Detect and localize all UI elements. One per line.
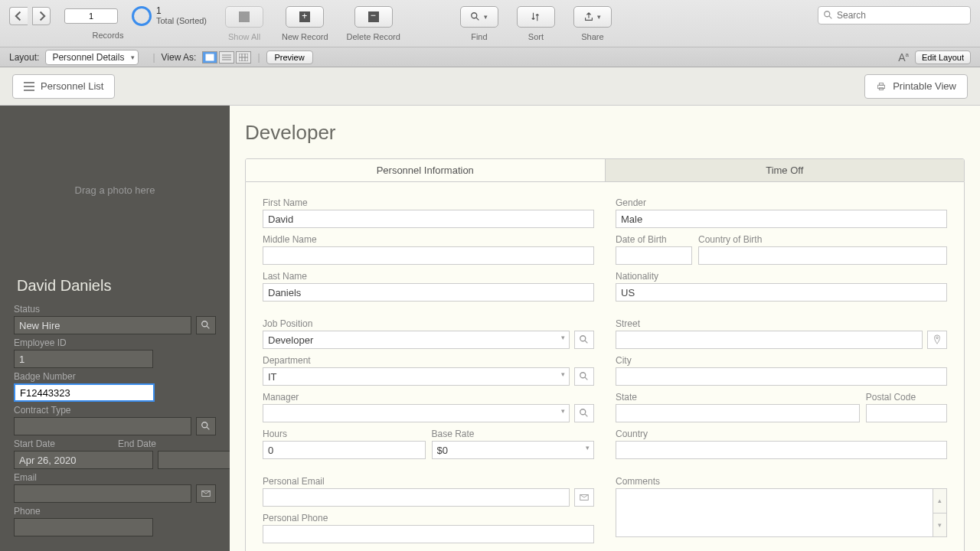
gender-field[interactable] — [616, 210, 947, 228]
view-as-label: View As: — [162, 52, 197, 63]
svg-point-24 — [580, 409, 586, 415]
svg-point-15 — [202, 321, 207, 327]
nationality-field[interactable] — [616, 283, 947, 302]
status-label: Status — [14, 304, 216, 315]
sort-button[interactable] — [517, 6, 555, 28]
search-icon — [579, 334, 590, 345]
scroll-up-icon[interactable]: ▴ — [933, 489, 946, 514]
last-name-field[interactable] — [263, 283, 594, 302]
contract-label: Contract Type — [14, 405, 216, 416]
svg-rect-13 — [880, 83, 884, 85]
cob-field[interactable] — [698, 246, 947, 265]
department-lookup[interactable] — [574, 367, 594, 386]
country-field[interactable] — [616, 441, 947, 459]
contract-lookup-button[interactable] — [196, 417, 216, 435]
city-field[interactable] — [616, 367, 947, 386]
view-form-button[interactable] — [202, 51, 217, 64]
tabs: Personnel Information Time Off — [245, 158, 965, 182]
tab-time-off[interactable]: Time Off — [605, 159, 965, 181]
record-pie-icon[interactable] — [132, 6, 152, 26]
share-icon — [583, 11, 594, 22]
contract-field[interactable] — [14, 417, 191, 435]
tab-personnel-info[interactable]: Personnel Information — [246, 159, 605, 181]
middle-name-field[interactable] — [263, 246, 594, 265]
printable-view-button[interactable]: Printable View — [864, 74, 968, 99]
postal-field[interactable] — [866, 404, 947, 422]
status-field[interactable] — [14, 316, 191, 334]
search-icon — [579, 408, 590, 419]
employee-id-label: Employee ID — [14, 337, 216, 348]
svg-line-3 — [829, 16, 832, 19]
mail-icon — [201, 488, 211, 499]
svg-point-20 — [580, 336, 586, 341]
scroll-down-icon[interactable]: ▾ — [933, 514, 946, 537]
preview-button[interactable]: Preview — [266, 51, 313, 64]
svg-line-25 — [585, 414, 588, 417]
department-field[interactable] — [263, 367, 570, 386]
status-lookup-button[interactable] — [196, 316, 216, 334]
phone-field[interactable] — [14, 518, 153, 536]
search-box[interactable] — [818, 6, 971, 24]
delete-record-button[interactable] — [354, 6, 393, 28]
search-icon — [823, 10, 834, 21]
end-date-field[interactable] — [158, 451, 230, 469]
show-all-icon — [239, 11, 250, 22]
email-send-button[interactable] — [196, 484, 216, 503]
personnel-list-button[interactable]: Personnel List — [12, 74, 115, 99]
view-table-button[interactable] — [236, 51, 251, 64]
new-record-button[interactable] — [286, 6, 324, 28]
next-record-button[interactable] — [32, 7, 51, 25]
job-position-field[interactable] — [263, 331, 570, 349]
layout-bar: Layout: Personnel Details | View As: | P… — [0, 47, 980, 67]
start-date-field[interactable] — [14, 451, 153, 469]
manager-lookup[interactable] — [574, 404, 594, 422]
form-view-icon — [205, 54, 214, 61]
job-position-lookup[interactable] — [574, 331, 594, 349]
personal-email-send[interactable] — [574, 488, 594, 507]
total-text: 1 Total (Sorted) — [156, 6, 207, 26]
street-field[interactable] — [616, 331, 923, 349]
svg-point-17 — [202, 422, 207, 428]
badge-field[interactable] — [14, 383, 155, 402]
svg-rect-4 — [205, 54, 214, 61]
edit-layout-button[interactable]: Edit Layout — [915, 51, 971, 64]
svg-point-2 — [825, 11, 830, 17]
hours-field[interactable] — [263, 441, 426, 459]
state-field[interactable] — [616, 404, 860, 422]
base-rate-field[interactable] — [432, 441, 595, 459]
employee-id-field[interactable] — [14, 350, 153, 368]
email-field[interactable] — [14, 484, 191, 503]
sort-icon — [531, 11, 541, 22]
map-button[interactable] — [927, 331, 947, 349]
svg-line-23 — [585, 377, 588, 380]
svg-line-16 — [207, 326, 210, 329]
personal-phone-field[interactable] — [263, 525, 594, 543]
comments-field[interactable] — [616, 488, 933, 537]
find-button[interactable]: ▾ — [460, 6, 498, 28]
show-all-button[interactable] — [225, 6, 263, 28]
person-name: David Daniels — [0, 274, 230, 302]
chevron-left-icon — [14, 11, 24, 21]
detail-panel: Developer Personnel Information Time Off… — [230, 106, 980, 551]
comments-scroll[interactable]: ▴▾ — [933, 488, 947, 537]
dob-field[interactable] — [616, 246, 692, 265]
record-number-field[interactable]: 1 — [64, 8, 118, 24]
svg-point-22 — [580, 373, 586, 378]
list-icon — [24, 82, 34, 91]
first-name-field[interactable] — [263, 210, 594, 228]
badge-label: Badge Number — [14, 371, 216, 382]
layout-label: Layout: — [9, 52, 39, 63]
view-list-button[interactable] — [219, 51, 234, 64]
search-input[interactable] — [837, 10, 965, 21]
layout-select[interactable]: Personnel Details — [45, 50, 139, 65]
text-format-icon[interactable]: Aa — [898, 51, 909, 64]
tab-body: First Name Middle Name Last Name Job Pos… — [245, 182, 965, 551]
prev-record-button[interactable] — [9, 7, 28, 25]
photo-drop-zone[interactable]: Drag a photo here — [0, 106, 230, 274]
end-date-label: End Date — [118, 439, 216, 449]
records-label: Records — [93, 31, 124, 40]
share-button[interactable]: ▾ — [573, 6, 612, 28]
manager-field[interactable] — [263, 404, 570, 422]
detail-title: Developer — [245, 121, 965, 145]
personal-email-field[interactable] — [263, 488, 570, 507]
